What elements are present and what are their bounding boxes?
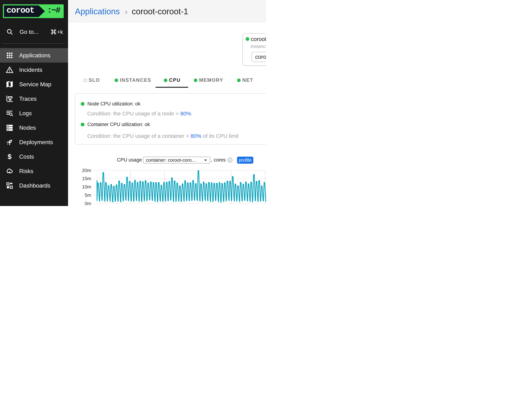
svg-text:5m: 5m xyxy=(85,192,91,198)
svg-text:15m: 15m xyxy=(82,176,91,181)
svg-text:$: $ xyxy=(8,153,11,160)
svg-text:20m: 20m xyxy=(82,168,91,173)
svg-text:10m: 10m xyxy=(82,184,91,189)
svg-text:0m: 0m xyxy=(85,201,91,206)
